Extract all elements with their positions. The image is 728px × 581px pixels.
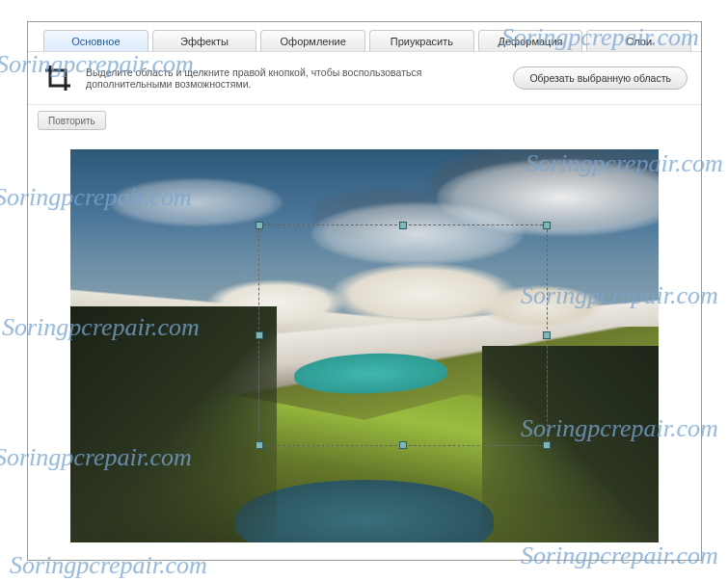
- app-window: Основное Эффекты Оформление Приукрасить …: [27, 21, 702, 561]
- tab-deform[interactable]: Деформация: [478, 30, 583, 51]
- image-region-shadow: [70, 306, 277, 542]
- crop-icon: [41, 62, 74, 94]
- tab-basic[interactable]: Основное: [43, 30, 148, 51]
- repeat-button[interactable]: Повторить: [38, 111, 106, 130]
- resize-handle-sw[interactable]: [256, 441, 263, 449]
- crop-selected-button[interactable]: Обрезать выбранную область: [513, 66, 688, 90]
- resize-handle-n[interactable]: [399, 222, 407, 229]
- image-region-cloud: [109, 178, 283, 226]
- resize-handle-nw[interactable]: [256, 222, 263, 229]
- tab-layers[interactable]: Слои: [586, 30, 691, 51]
- canvas-area: [28, 136, 701, 556]
- crop-hint-text: Выделите область и щелкните правой кнопк…: [86, 66, 501, 90]
- resize-handle-ne[interactable]: [543, 222, 551, 229]
- resize-handle-w[interactable]: [256, 331, 263, 339]
- action-bar: Повторить: [28, 105, 701, 136]
- tab-beautify[interactable]: Приукрасить: [369, 30, 474, 51]
- tab-design[interactable]: Оформление: [260, 30, 365, 51]
- resize-handle-e[interactable]: [543, 331, 551, 339]
- crop-selection[interactable]: [258, 224, 548, 446]
- edited-image[interactable]: [70, 149, 659, 542]
- resize-handle-se[interactable]: [543, 441, 551, 449]
- tab-effects[interactable]: Эффекты: [152, 30, 257, 51]
- resize-handle-s[interactable]: [399, 441, 407, 449]
- crop-toolbar: Выделите область и щелкните правой кнопк…: [28, 51, 701, 105]
- tab-bar: Основное Эффекты Оформление Приукрасить …: [28, 22, 701, 51]
